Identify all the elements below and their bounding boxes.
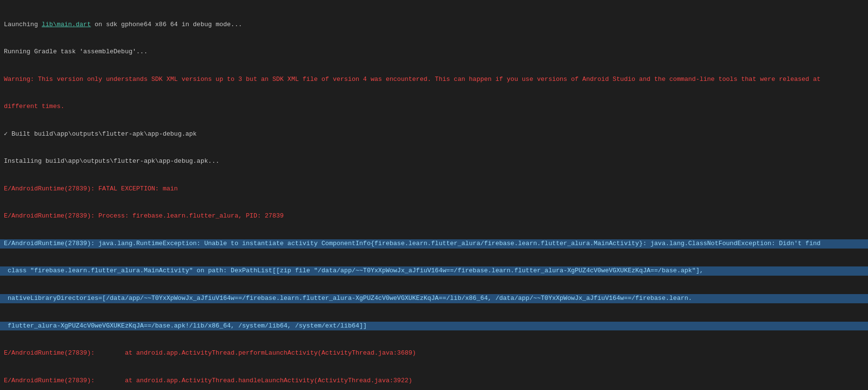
line-5: ✓ Built build\app\outputs\flutter-apk\ap… — [0, 130, 868, 139]
line-11: nativeLibraryDirectories=[/data/app/~~T0… — [0, 294, 868, 303]
line-4: different times. — [0, 102, 868, 111]
main-dart-link[interactable]: lib\main.dart — [42, 21, 91, 28]
line-9: E/AndroidRuntime(27839): java.lang.Runti… — [0, 239, 868, 249]
line-6: Installing build\app\outputs\flutter-apk… — [0, 157, 868, 166]
line-12: flutter_alura-XgPUZ4cV0weVGXUKEzKqJA==/b… — [0, 322, 868, 331]
line-13: E/AndroidRuntime(27839): at android.app.… — [0, 349, 868, 358]
line-14: E/AndroidRuntime(27839): at android.app.… — [0, 376, 868, 386]
line-2: Running Gradle task 'assembleDebug'... — [0, 47, 868, 57]
console-output: Launching lib\main.dart on sdk gphone64 … — [0, 0, 868, 390]
line-1: Launching lib\main.dart on sdk gphone64 … — [0, 20, 868, 30]
line-7: E/AndroidRuntime(27839): FATAL EXCEPTION… — [0, 185, 868, 194]
line-10: class "firebase.learn.flutter_alura.Main… — [0, 266, 868, 276]
line-8: E/AndroidRuntime(27839): Process: fireba… — [0, 212, 868, 221]
line-3: Warning: This version only understands S… — [0, 75, 868, 84]
